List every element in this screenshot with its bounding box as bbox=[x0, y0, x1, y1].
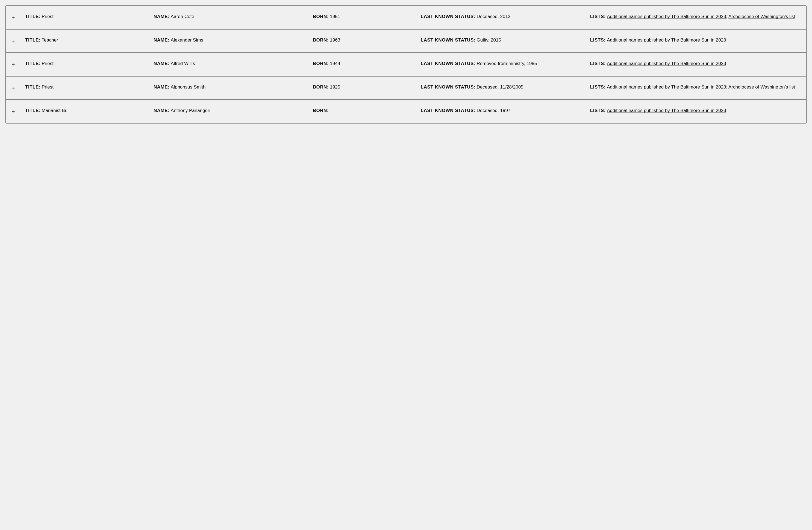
lists-field: LISTS: Additional names published by The… bbox=[590, 84, 800, 90]
lists-field: LISTS: Additional names published by The… bbox=[590, 14, 800, 19]
expand-button[interactable]: + bbox=[12, 61, 25, 68]
status-field: LAST KNOWN STATUS: Deceased, 11/28/2005 bbox=[421, 84, 590, 90]
expand-button[interactable]: + bbox=[12, 37, 25, 45]
list-link[interactable]: Additional names published by The Baltim… bbox=[607, 85, 726, 90]
born-label: BORN: bbox=[313, 85, 329, 90]
name-field: NAME: Alfred Willis bbox=[154, 61, 313, 67]
name-label: NAME: bbox=[154, 108, 170, 113]
name-value: Alexander Sims bbox=[171, 38, 203, 43]
lists-values: Additional names published by The Baltim… bbox=[607, 61, 726, 66]
born-value: 1951 bbox=[330, 14, 340, 19]
list-link[interactable]: Archdiocese of Washington’s list bbox=[728, 85, 795, 90]
lists-values: Additional names published by The Baltim… bbox=[607, 108, 726, 113]
table-row: +TITLE: PriestNAME: Aaron CoteBORN: 1951… bbox=[6, 6, 806, 30]
status-value: Deceased, 1997 bbox=[477, 108, 511, 113]
field-group: TITLE: PriestNAME: Alfred WillisBORN: 19… bbox=[25, 61, 800, 67]
lists-values: Additional names published by The Baltim… bbox=[607, 14, 795, 19]
name-value: Alphonsus Smith bbox=[171, 85, 206, 90]
list-link[interactable]: Additional names published by The Baltim… bbox=[607, 108, 726, 113]
expand-button[interactable]: + bbox=[12, 14, 25, 21]
list-link[interactable]: Additional names published by The Baltim… bbox=[607, 14, 726, 19]
title-label: TITLE: bbox=[25, 85, 41, 90]
field-group: TITLE: TeacherNAME: Alexander SimsBORN: … bbox=[25, 37, 800, 43]
name-label: NAME: bbox=[154, 38, 170, 43]
lists-label: LISTS: bbox=[590, 38, 606, 43]
name-field: NAME: Aaron Cote bbox=[154, 14, 313, 19]
title-value: Marianist Br. bbox=[42, 108, 67, 113]
title-field: TITLE: Teacher bbox=[25, 37, 154, 43]
title-value: Teacher bbox=[42, 38, 58, 43]
table-row: +TITLE: Marianist Br.NAME: Anthony Parla… bbox=[6, 100, 806, 123]
status-value: Deceased, 2012 bbox=[477, 14, 511, 19]
lists-values: Additional names published by The Baltim… bbox=[607, 85, 795, 90]
status-value: Guilty, 2015 bbox=[477, 38, 501, 43]
name-field: NAME: Alexander Sims bbox=[154, 37, 313, 43]
name-value: Alfred Willis bbox=[171, 61, 195, 66]
list-link[interactable]: Additional names published by The Baltim… bbox=[607, 61, 726, 66]
table-row: +TITLE: PriestNAME: Alphonsus SmithBORN:… bbox=[6, 76, 806, 100]
name-label: NAME: bbox=[154, 85, 170, 90]
title-value: Priest bbox=[42, 14, 53, 19]
title-field: TITLE: Marianist Br. bbox=[25, 108, 154, 113]
field-group: TITLE: PriestNAME: Aaron CoteBORN: 1951L… bbox=[25, 14, 800, 19]
lists-label: LISTS: bbox=[590, 85, 606, 90]
title-field: TITLE: Priest bbox=[25, 14, 154, 19]
table-row: +TITLE: PriestNAME: Alfred WillisBORN: 1… bbox=[6, 53, 806, 76]
name-field: NAME: Anthony Parlangeli bbox=[154, 108, 313, 113]
lists-label: LISTS: bbox=[590, 108, 606, 113]
title-label: TITLE: bbox=[25, 108, 41, 113]
status-label: LAST KNOWN STATUS: bbox=[421, 85, 475, 90]
expand-button[interactable]: + bbox=[12, 84, 25, 92]
name-field: NAME: Alphonsus Smith bbox=[154, 84, 313, 90]
name-label: NAME: bbox=[154, 14, 170, 19]
status-value: Deceased, 11/28/2005 bbox=[477, 85, 523, 90]
name-value: Aaron Cote bbox=[171, 14, 194, 19]
lists-values: Additional names published by The Baltim… bbox=[607, 38, 726, 43]
born-field: BORN: 1925 bbox=[313, 84, 421, 90]
list-link[interactable]: Additional names published by The Baltim… bbox=[607, 38, 726, 43]
field-group: TITLE: Marianist Br.NAME: Anthony Parlan… bbox=[25, 108, 800, 113]
status-label: LAST KNOWN STATUS: bbox=[421, 14, 475, 19]
born-value: 1925 bbox=[330, 85, 340, 90]
status-label: LAST KNOWN STATUS: bbox=[421, 61, 475, 66]
records-container: +TITLE: PriestNAME: Aaron CoteBORN: 1951… bbox=[5, 5, 807, 123]
title-label: TITLE: bbox=[25, 14, 41, 19]
born-label: BORN: bbox=[313, 61, 329, 66]
title-label: TITLE: bbox=[25, 38, 41, 43]
field-group: TITLE: PriestNAME: Alphonsus SmithBORN: … bbox=[25, 84, 800, 90]
born-field: BORN: bbox=[313, 108, 421, 113]
name-label: NAME: bbox=[154, 61, 170, 66]
born-value: 1963 bbox=[330, 38, 340, 43]
status-field: LAST KNOWN STATUS: Guilty, 2015 bbox=[421, 37, 590, 43]
lists-label: LISTS: bbox=[590, 61, 606, 66]
title-value: Priest bbox=[42, 85, 53, 90]
status-field: LAST KNOWN STATUS: Removed from ministry… bbox=[421, 61, 590, 67]
born-field: BORN: 1963 bbox=[313, 37, 421, 43]
born-value: 1944 bbox=[330, 61, 340, 66]
list-link[interactable]: Archdiocese of Washington’s list bbox=[728, 14, 795, 19]
title-field: TITLE: Priest bbox=[25, 61, 154, 67]
lists-field: LISTS: Additional names published by The… bbox=[590, 37, 800, 43]
status-label: LAST KNOWN STATUS: bbox=[421, 108, 475, 113]
lists-field: LISTS: Additional names published by The… bbox=[590, 108, 800, 113]
born-field: BORN: 1944 bbox=[313, 61, 421, 67]
title-field: TITLE: Priest bbox=[25, 84, 154, 90]
lists-label: LISTS: bbox=[590, 14, 606, 19]
expand-button[interactable]: + bbox=[12, 108, 25, 115]
status-field: LAST KNOWN STATUS: Deceased, 1997 bbox=[421, 108, 590, 113]
status-value: Removed from ministry, 1985 bbox=[477, 61, 537, 66]
born-label: BORN: bbox=[313, 14, 329, 19]
title-label: TITLE: bbox=[25, 61, 41, 66]
table-row: +TITLE: TeacherNAME: Alexander SimsBORN:… bbox=[6, 30, 806, 53]
born-label: BORN: bbox=[313, 38, 329, 43]
status-label: LAST KNOWN STATUS: bbox=[421, 38, 475, 43]
born-field: BORN: 1951 bbox=[313, 14, 421, 19]
lists-field: LISTS: Additional names published by The… bbox=[590, 61, 800, 67]
name-value: Anthony Parlangeli bbox=[171, 108, 210, 113]
title-value: Priest bbox=[42, 61, 53, 66]
born-label: BORN: bbox=[313, 108, 329, 113]
status-field: LAST KNOWN STATUS: Deceased, 2012 bbox=[421, 14, 590, 19]
